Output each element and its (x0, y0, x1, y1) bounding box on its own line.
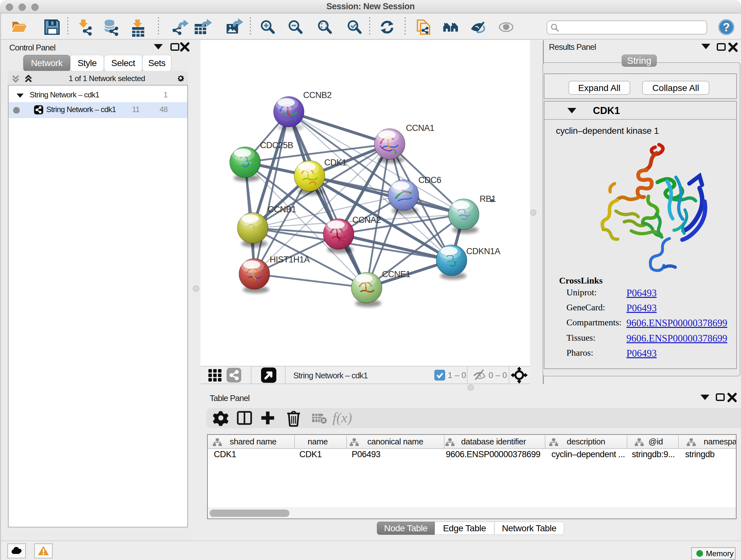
svg-text:CDKN1A: CDKN1A (466, 246, 500, 256)
svg-text:HIST1H1A: HIST1H1A (270, 255, 310, 264)
svg-text:CCNB1: CCNB1 (268, 205, 296, 214)
svg-text:CDK1: CDK1 (324, 158, 347, 167)
svg-text:CDC6: CDC6 (418, 175, 441, 185)
svg-text:RB1: RB1 (480, 194, 496, 204)
svg-text:f(x): f(x) (333, 410, 352, 426)
svg-text:CCNB2: CCNB2 (303, 90, 332, 100)
svg-text:CDC25B: CDC25B (260, 140, 293, 150)
svg-text:0 – 0: 0 – 0 (488, 370, 507, 380)
svg-text:1 – 0: 1 – 0 (448, 370, 466, 380)
svg-text:CCNA2: CCNA2 (352, 215, 381, 225)
svg-text:CCNE1: CCNE1 (382, 269, 410, 279)
svg-text:CCNA1: CCNA1 (406, 123, 434, 133)
svg-text:String Network – cdk1: String Network – cdk1 (293, 371, 368, 380)
svg-text:?: ? (723, 21, 730, 34)
